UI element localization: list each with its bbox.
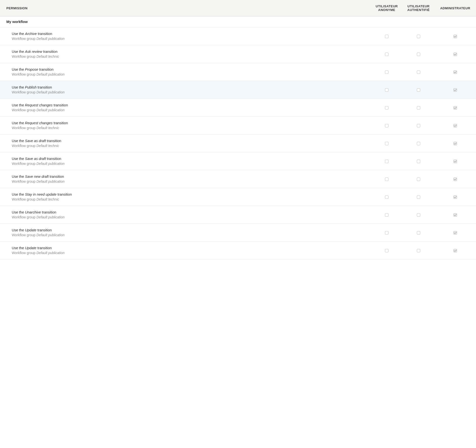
permission-row: Use the Save as draft transitionWorkflow… [0,134,476,152]
permission-checkbox-admin[interactable] [453,88,457,92]
workflow-group-name: Default publication [36,251,65,255]
permission-title: Use the Unarchive transition [12,210,367,214]
permission-checkbox-admin[interactable] [453,195,457,199]
permission-row: Use the Ask review transitionWorkflow gr… [0,45,476,63]
permission-title: Use the Save as draft transition [12,139,367,143]
transition-name: Request changes [25,121,53,125]
permission-desc: Workflow group Default publication [12,108,367,112]
permission-row: Use the Update transitionWorkflow group … [0,224,476,242]
checkbox-cell-anonymous [371,152,403,170]
permission-desc: Workflow group Default publication [12,162,367,166]
permission-cell: Use the Propose transitionWorkflow group… [0,63,371,81]
permission-checkbox-authenticated[interactable] [417,195,420,199]
permission-checkbox-admin[interactable] [453,231,457,235]
checkbox-cell-authenticated [403,117,434,134]
permission-checkbox-admin[interactable] [453,124,457,127]
permission-checkbox-admin[interactable] [453,106,457,110]
permission-checkbox-authenticated[interactable] [417,160,420,163]
permission-checkbox-authenticated[interactable] [417,106,420,110]
checkbox-cell-authenticated [403,27,434,45]
permission-checkbox-anonymous[interactable] [385,231,388,235]
permission-checkbox-admin[interactable] [453,142,457,145]
permission-checkbox-anonymous[interactable] [385,53,388,56]
checkbox-cell-admin [434,242,476,259]
permission-cell: Use the Ask review transitionWorkflow gr… [0,45,371,63]
permission-cell: Use the Update transitionWorkflow group … [0,242,371,259]
permission-title: Use the Stay in need update transition [12,192,367,196]
checkbox-cell-admin [434,152,476,170]
permission-checkbox-authenticated[interactable] [417,178,420,181]
checkbox-cell-admin [434,117,476,134]
permission-cell: Use the Archive transitionWorkflow group… [0,27,371,45]
permission-checkbox-authenticated[interactable] [417,53,420,56]
permission-checkbox-anonymous[interactable] [385,195,388,199]
checkbox-cell-authenticated [403,242,434,259]
workflow-group-name: Default technic [36,197,59,201]
permission-checkbox-anonymous[interactable] [385,88,388,92]
permission-checkbox-authenticated[interactable] [417,249,420,252]
permission-checkbox-admin[interactable] [453,70,457,74]
permission-checkbox-anonymous[interactable] [385,142,388,145]
permission-checkbox-authenticated[interactable] [417,142,420,145]
workflow-group-name: Default publication [36,179,65,183]
permission-checkbox-anonymous[interactable] [385,160,388,163]
permission-desc: Workflow group Default publication [12,90,367,94]
permission-checkbox-authenticated[interactable] [417,70,420,74]
permission-cell: Use the Save as draft transitionWorkflow… [0,152,371,170]
checkbox-cell-authenticated [403,170,434,188]
permission-checkbox-anonymous[interactable] [385,213,388,217]
permission-title: Use the Update transition [12,228,367,232]
permission-row: Use the Save as draft transitionWorkflow… [0,152,476,170]
checkbox-cell-admin [434,27,476,45]
transition-name: Request changes [25,103,53,107]
permission-checkbox-admin[interactable] [453,160,457,163]
checkbox-cell-admin [434,224,476,242]
permission-checkbox-anonymous[interactable] [385,70,388,74]
permission-checkbox-authenticated[interactable] [417,88,420,92]
permission-checkbox-anonymous[interactable] [385,124,388,127]
transition-name: Archive [25,32,37,36]
permission-title: Use the Save new draft transition [12,175,367,179]
permission-checkbox-admin[interactable] [453,53,457,56]
permission-checkbox-authenticated[interactable] [417,231,420,235]
permission-checkbox-authenticated[interactable] [417,35,420,38]
permission-title: Use the Update transition [12,246,367,250]
permission-checkbox-anonymous[interactable] [385,178,388,181]
permission-checkbox-admin[interactable] [453,35,457,38]
permission-checkbox-admin[interactable] [453,178,457,181]
checkbox-cell-authenticated [403,63,434,81]
checkbox-cell-authenticated [403,134,434,152]
permission-row: Use the Unarchive transitionWorkflow gro… [0,206,476,224]
workflow-group-name: Default publication [36,108,65,112]
permission-checkbox-anonymous[interactable] [385,106,388,110]
header-permission: PERMISSION [0,0,371,16]
permission-desc: Workflow group Default technic [12,144,367,148]
checkbox-cell-authenticated [403,152,434,170]
checkbox-cell-admin [434,81,476,99]
header-role-authenticated: UTILISATEUR AUTHENTIFIÉ [403,0,434,16]
transition-name: Stay in need update [25,192,57,196]
workflow-group-name: Default publication [36,72,65,76]
permission-row: Use the Save new draft transitionWorkflo… [0,170,476,188]
permission-cell: Use the Save new draft transitionWorkflo… [0,170,371,188]
permission-row: Use the Request changes transitionWorkfl… [0,99,476,117]
workflow-group-name: Default publication [36,90,65,94]
checkbox-cell-admin [434,99,476,117]
permission-desc: Workflow group Default publication [12,179,367,183]
checkbox-cell-anonymous [371,99,403,117]
transition-name: Ask review [25,50,42,54]
checkbox-cell-anonymous [371,224,403,242]
permission-checkbox-anonymous[interactable] [385,249,388,252]
permission-checkbox-authenticated[interactable] [417,213,420,217]
permission-checkbox-admin[interactable] [453,249,457,252]
permission-checkbox-authenticated[interactable] [417,124,420,127]
permission-checkbox-admin[interactable] [453,213,457,217]
permission-desc: Workflow group Default publication [12,251,367,255]
checkbox-cell-authenticated [403,206,434,224]
permission-checkbox-anonymous[interactable] [385,35,388,38]
checkbox-cell-anonymous [371,188,403,206]
transition-name: Save as draft [25,139,46,143]
checkbox-cell-admin [434,45,476,63]
permission-row: Use the Publish transitionWorkflow group… [0,81,476,99]
checkbox-cell-anonymous [371,170,403,188]
